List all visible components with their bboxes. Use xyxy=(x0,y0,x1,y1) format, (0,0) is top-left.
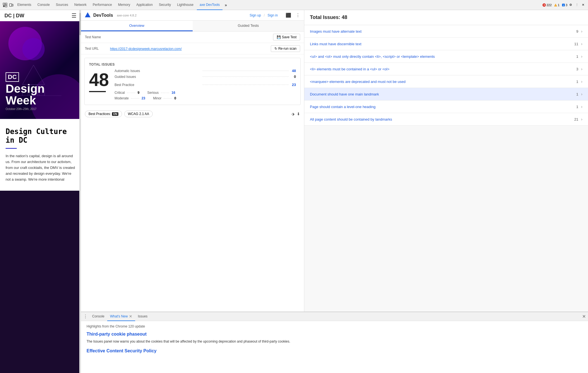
tab-application[interactable]: Application xyxy=(133,0,156,10)
test-url-value: https://2017-dcdesignweek.marcusrelacion… xyxy=(110,47,182,51)
bottom-menu-icon[interactable]: ⋮ xyxy=(83,314,88,319)
tab-elements[interactable]: Elements xyxy=(15,0,34,10)
hero-dc: DC xyxy=(6,72,19,82)
inspect-icon[interactable] xyxy=(2,2,8,8)
site-heading: Design Culture in DC xyxy=(6,127,75,145)
issue-item-6[interactable]: Page should contain a level-one heading … xyxy=(304,101,588,113)
axe-version: axe-core 4.8.2 xyxy=(117,14,137,17)
rerun-scan-button[interactable]: ↻ Re-run scan xyxy=(271,45,300,52)
test-url-display: https://2017-dcdesignweek.marcusrelacion… xyxy=(110,47,268,51)
error-badges: ✕ 222 ! 1 i 3 xyxy=(542,3,567,7)
best-practice-line: Best Practice 23 xyxy=(114,83,296,87)
best-practice-count: 23 xyxy=(290,83,296,87)
issue-text-1: Links must have discernible text xyxy=(310,42,574,46)
issue-text-5: Document should have one main landmark xyxy=(310,92,576,96)
issue-text-2: <ul> and <ol> must only directly contain… xyxy=(310,54,576,59)
bottom-panel: ⋮ Console What's New ✕ Issues ✕ Highligh… xyxy=(81,312,588,373)
total-count-underline xyxy=(89,91,106,92)
tab-memory[interactable]: Memory xyxy=(115,0,133,10)
best-practices-badge[interactable]: Best Practices: ON xyxy=(85,111,122,117)
hero-design: Design xyxy=(6,83,45,95)
tab-guided-tests[interactable]: Guided Tests xyxy=(193,21,304,31)
issue-item-0[interactable]: Images must have alternate text 9 › xyxy=(304,25,588,38)
issue-chevron-2: › xyxy=(581,54,582,59)
tab-console-bottom[interactable]: Console xyxy=(89,312,107,321)
save-icon: 💾 xyxy=(277,35,281,39)
test-url-label: Test URL xyxy=(85,47,107,51)
tab-sources[interactable]: Sources xyxy=(53,0,71,10)
issues-summary-box: TOTAL ISSUES 48 Automatic Issues xyxy=(84,58,301,105)
issue-item-1[interactable]: Links must have discernible text 11 › xyxy=(304,38,588,50)
auto-issues-count: 48 xyxy=(290,69,296,73)
test-name-label: Test Name xyxy=(85,35,107,39)
export-icon[interactable]: ⬛ xyxy=(286,13,291,18)
issue-item-4[interactable]: <marquee> elements are deprecated and mu… xyxy=(304,75,588,88)
tab-security[interactable]: Security xyxy=(156,0,174,10)
total-issues-label: TOTAL ISSUES xyxy=(89,63,296,66)
svg-text:✕: ✕ xyxy=(543,4,545,6)
close-devtools-icon[interactable]: ✕ xyxy=(580,2,586,8)
issue-chevron-5: › xyxy=(581,92,582,96)
svg-rect-2 xyxy=(3,5,5,7)
issue-text-4: <marquee> elements are deprecated and mu… xyxy=(310,80,576,84)
website-preview: DC | DW ☰ xyxy=(0,10,81,373)
critical-sub: Critical 9 Serious 16 xyxy=(114,91,175,95)
issue-item-3[interactable]: <li> elements must be contained in a <ul… xyxy=(304,63,588,75)
issue-chevron-1: › xyxy=(581,42,582,46)
article1-title[interactable]: Third-party cookie phaseout xyxy=(87,332,582,337)
site-logo: DC | DW xyxy=(4,13,24,19)
issue-count-1: 11 xyxy=(574,42,578,46)
info-count-badge: i 3 xyxy=(562,3,567,7)
hero-week: Week xyxy=(6,95,45,106)
settings-icon[interactable]: ⚙ xyxy=(568,2,573,8)
issue-item-7[interactable]: All page content should be contained by … xyxy=(304,113,588,126)
share-icon[interactable]: ⬗ xyxy=(291,112,295,116)
refresh-icon: ↻ xyxy=(274,47,277,51)
svg-rect-1 xyxy=(5,3,7,5)
issue-text-7: All page content should be contained by … xyxy=(310,117,574,121)
moderate-sub: Moderate 23 Minor 0 xyxy=(114,96,176,100)
download-icon[interactable]: ⬇ xyxy=(297,112,300,116)
tab-network[interactable]: Network xyxy=(71,0,89,10)
more-options-icon[interactable]: ⋮ xyxy=(574,2,580,8)
axe-devtools-pane: DevTools axe-core 4.8.2 Sign up / Sign i… xyxy=(81,10,304,312)
svg-rect-4 xyxy=(9,4,12,6)
tab-console[interactable]: Console xyxy=(35,0,52,10)
tab-lighthouse[interactable]: Lighthouse xyxy=(174,0,196,10)
axe-title: DevTools xyxy=(93,13,113,18)
hamburger-icon: ☰ xyxy=(71,12,77,19)
issue-chevron-0: › xyxy=(581,29,582,34)
svg-rect-3 xyxy=(5,5,7,7)
save-test-button[interactable]: 💾 Save Test xyxy=(273,34,300,40)
best-practice-label: Best Practice xyxy=(114,83,201,87)
issues-breakdown: Automatic Issues 48 Guided Issues 0 xyxy=(114,69,296,100)
whats-new-close[interactable]: ✕ xyxy=(129,314,132,319)
more-menu-icon[interactable]: ⋮ xyxy=(296,13,300,18)
signup-link[interactable]: Sign up xyxy=(250,13,261,17)
hero-date: October 20th–29th, 2017 xyxy=(6,107,45,111)
tab-performance[interactable]: Performance xyxy=(90,0,115,10)
tab-overview[interactable]: Overview xyxy=(81,21,193,31)
issue-chevron-6: › xyxy=(581,104,582,109)
bottom-tabs-row: ⋮ Console What's New ✕ Issues ✕ xyxy=(81,312,588,321)
issue-chevron-7: › xyxy=(581,117,582,121)
site-body: In the nation's capital, design is all a… xyxy=(6,153,75,182)
tab-axe-devtools[interactable]: axe DevTools xyxy=(197,0,223,10)
close-bottom-panel[interactable]: ✕ xyxy=(582,314,586,319)
website-header: DC | DW ☰ xyxy=(0,10,81,21)
issue-count-7: 21 xyxy=(574,117,578,121)
issue-item-2[interactable]: <ul> and <ol> must only directly contain… xyxy=(304,50,588,63)
more-tabs-icon[interactable]: » xyxy=(223,2,229,8)
issue-item-5[interactable]: Document should have one main landmark 1… xyxy=(304,88,588,101)
auto-issues-label: Automatic Issues xyxy=(114,69,201,73)
wcag-badge[interactable]: WCAG 2.1 AA xyxy=(124,111,153,117)
signin-link[interactable]: Sign in xyxy=(267,13,278,17)
device-icon[interactable] xyxy=(8,2,14,8)
big-number-area: 48 xyxy=(89,69,109,100)
article2-title[interactable]: Effective Content Security Policy xyxy=(87,348,582,353)
tab-whats-new[interactable]: What's New ✕ xyxy=(107,312,135,321)
issue-count-6: 1 xyxy=(576,105,578,109)
issue-text-6: Page should contain a level-one heading xyxy=(310,105,576,109)
tab-issues-bottom[interactable]: Issues xyxy=(135,312,150,321)
test-name-row: Test Name 💾 Save Test xyxy=(81,32,304,43)
